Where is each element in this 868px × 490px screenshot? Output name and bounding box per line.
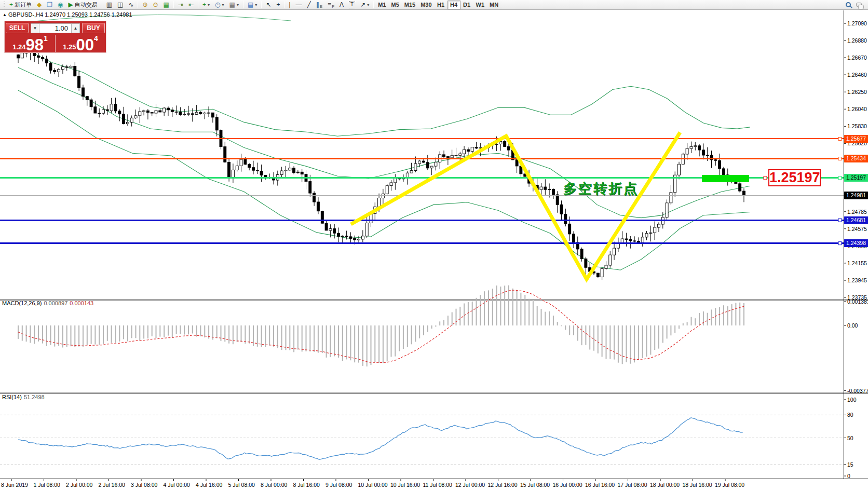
price-chip-1.25434[interactable]: 1.25434 <box>844 155 868 162</box>
chart-shift-icon[interactable]: ⇤ <box>186 1 196 9</box>
rsi-tick-100: 100 <box>847 397 868 403</box>
date-tick-8-Jul-00-00: 8 Jul 00:00 <box>261 482 287 488</box>
indicators-icon[interactable]: +▾ <box>200 1 212 9</box>
timeframe-m5[interactable]: M5 <box>389 1 402 9</box>
price-tick-1.26460: 1.26460 <box>847 72 868 78</box>
buy-button[interactable]: BUY <box>82 23 105 33</box>
search-icon[interactable] <box>846 2 851 7</box>
horizontal-line-icon[interactable]: — <box>293 1 305 9</box>
timeframe-m30[interactable]: M30 <box>418 1 434 9</box>
buy-price[interactable]: 1.25 00 4 <box>56 34 105 53</box>
date-tick-3-Jul-08-00: 3 Jul 08:00 <box>131 482 157 488</box>
timeframe-d1[interactable]: D1 <box>460 1 473 9</box>
vertical-line-icon[interactable]: | <box>286 1 293 9</box>
chart-layouts-icon[interactable]: ▤▾ <box>245 1 260 9</box>
indicators-icon: + <box>202 2 206 8</box>
trendline-icon[interactable]: ╱ <box>305 1 314 9</box>
chart-canvas <box>0 0 868 490</box>
new-order-label: 新订单 <box>15 1 32 9</box>
ticket-icon[interactable]: ◆ <box>34 1 44 9</box>
bar-chart-icon[interactable]: ▥ <box>104 1 115 9</box>
buy-price-prefix: 1.25 <box>63 43 76 51</box>
timeframe-w1[interactable]: W1 <box>473 1 487 9</box>
tb-sep <box>243 1 243 8</box>
chat-icon[interactable] <box>856 3 862 7</box>
price-chip-1.25677[interactable]: 1.25677 <box>844 135 868 143</box>
line-handle-icon[interactable] <box>838 137 842 140</box>
dropdown-caret-icon[interactable]: ▾ <box>237 3 239 7</box>
cursor-icon[interactable]: ↖ <box>263 1 274 9</box>
buy-price-pip: 4 <box>94 34 98 43</box>
market-window-icon[interactable]: ❐ <box>44 1 55 9</box>
tb-sep <box>102 1 102 8</box>
auto-scroll-icon[interactable]: ⇥ <box>175 1 186 9</box>
new-order-button[interactable]: +新订单 <box>7 1 34 9</box>
templates-icon[interactable]: ▦▾ <box>227 1 241 9</box>
collapse-triangle-icon[interactable]: ▲ <box>3 12 7 17</box>
timeframe-h4[interactable]: H4 <box>447 1 460 9</box>
dropdown-caret-icon[interactable]: ▾ <box>255 3 257 7</box>
price-chip-1.24681[interactable]: 1.24681 <box>844 216 868 224</box>
crosshair-icon[interactable]: + <box>274 1 282 9</box>
sell-button[interactable]: SELL <box>6 23 29 33</box>
macd-tick-0.00: 0.00 <box>847 322 868 329</box>
timeframe-m1[interactable]: M1 <box>375 1 388 9</box>
zoom-in-icon[interactable]: ⊕ <box>140 1 150 9</box>
price-callout-label[interactable]: 1.25197 <box>768 169 821 186</box>
volume-input[interactable] <box>39 23 71 33</box>
rsi-tick-80: 80 <box>847 412 868 418</box>
tb-sep <box>173 1 174 8</box>
zoom-out-icon[interactable]: ⊖ <box>151 1 161 9</box>
equidistant-channel-icon[interactable]: ∥E <box>314 1 325 9</box>
line-handle-icon[interactable] <box>838 219 842 222</box>
line-handle-icon[interactable] <box>838 176 842 180</box>
autotrading-button[interactable]: ▶自动交易 <box>66 1 100 9</box>
text-icon: A <box>340 2 344 8</box>
text-label-icon[interactable]: T <box>346 1 358 9</box>
signals-icon[interactable]: ◉ <box>55 1 65 9</box>
periods-icon[interactable]: ◷▾ <box>212 1 227 9</box>
macd-signal-line <box>18 290 744 362</box>
arrows-icon[interactable]: ↗▾ <box>358 1 372 9</box>
current-price-chip[interactable]: 1.24981 <box>844 192 868 199</box>
line-chart-icon[interactable]: ∿ <box>126 1 136 9</box>
date-tick-10-Jul-16-00: 10 Jul 16:00 <box>390 482 420 488</box>
dropdown-caret-icon[interactable]: ▾ <box>367 3 369 7</box>
timeframe-mn[interactable]: MN <box>487 1 501 9</box>
highlight-bar[interactable] <box>702 175 749 182</box>
rsi-indicator <box>0 415 844 465</box>
price-tick-1.23945: 1.23945 <box>847 277 868 283</box>
line-handle-icon[interactable] <box>838 242 842 245</box>
macd-histogram <box>18 285 744 366</box>
volume-increase-button[interactable]: ▲ <box>71 23 80 33</box>
candlestick-chart-icon: ◫ <box>117 2 123 8</box>
date-tick-16-Jul-00-00: 16 Jul 00:00 <box>553 482 582 488</box>
date-tick-4-Jul-00-00: 4 Jul 00:00 <box>164 482 190 488</box>
tb-sep <box>138 1 138 8</box>
volume-decrease-button[interactable]: ▼ <box>31 23 39 33</box>
timeframe-h1[interactable]: H1 <box>435 1 447 9</box>
macd-name: MACD(12,26,9) <box>2 300 42 306</box>
price-chip-1.24398[interactable]: 1.24398 <box>844 239 868 247</box>
dropdown-caret-icon[interactable]: ▾ <box>208 3 210 7</box>
sell-price-prefix: 1.24 <box>12 43 25 51</box>
horizontal-lines[interactable] <box>0 137 844 244</box>
text-label-icon: T <box>349 1 355 8</box>
zigzag-trendlines[interactable] <box>351 132 680 279</box>
dropdown-caret-icon[interactable]: ▾ <box>222 3 224 7</box>
zigzag[interactable] <box>351 132 680 279</box>
timeframe-m15[interactable]: M15 <box>402 1 418 9</box>
sell-price[interactable]: 1.24 98 1 <box>6 34 55 53</box>
candlestick-chart-icon[interactable]: ◫ <box>115 1 126 9</box>
highlight[interactable] <box>702 175 749 182</box>
fibonacci-icon[interactable]: ≡F <box>325 1 337 9</box>
rsi-value: 51.2498 <box>24 394 45 400</box>
text-icon[interactable]: A <box>337 1 346 9</box>
panel-borders <box>0 10 868 479</box>
cursor-icon: ↖ <box>266 2 271 8</box>
line-chart-icon: ∿ <box>128 2 133 8</box>
tile-windows-icon[interactable]: ▦ <box>161 1 172 9</box>
text-annotation[interactable]: 多空转折点 <box>563 180 639 198</box>
line-handle-icon[interactable] <box>838 157 842 160</box>
price-chip-1.25197[interactable]: 1.25197 <box>844 174 868 182</box>
